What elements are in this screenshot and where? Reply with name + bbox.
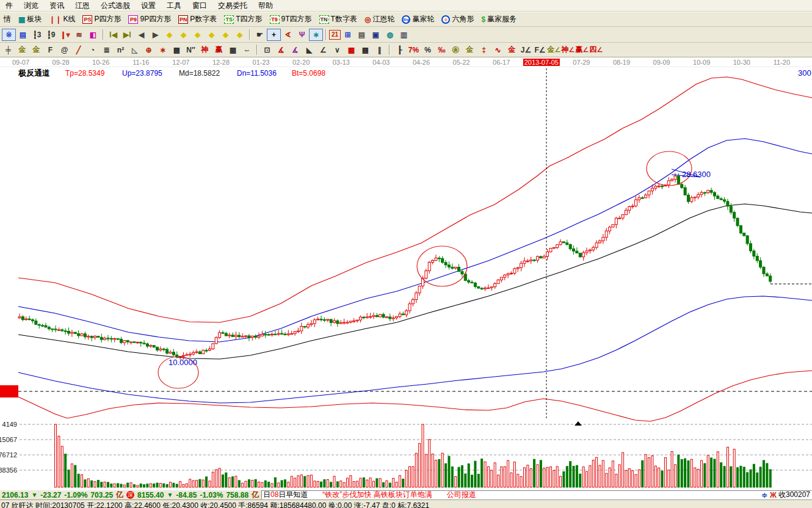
permille-icon[interactable]: ‰ (435, 44, 449, 56)
pen-tool-icon[interactable]: ╱ (71, 44, 85, 56)
web-export-icon[interactable]: ◍ (383, 29, 397, 41)
smart-brain-icon[interactable]: ∗ (309, 29, 323, 41)
prev-page-icon[interactable]: ◀ (134, 29, 148, 41)
gold-square1-icon[interactable]: 金 (15, 44, 29, 56)
gold-square2-icon[interactable]: 金 (29, 44, 43, 56)
calculator-icon[interactable]: ⊞ (341, 29, 355, 41)
t9-square-item[interactable]: T99T四方形 (266, 13, 316, 26)
next-page-icon[interactable]: ▶ (148, 29, 162, 41)
candle-style-icon[interactable]: ❙▾ (58, 29, 72, 41)
price-ruler-icon[interactable]: ┠ (393, 44, 407, 56)
thin-fan-icon[interactable]: ∠ (316, 44, 330, 56)
shade-fan-icon[interactable]: ◣ (302, 44, 316, 56)
gann-grid-icon[interactable]: ╪ (1, 44, 15, 56)
gann-wheel-item[interactable]: ◎江恩轮 (361, 13, 398, 26)
red-fan-icon[interactable]: ∡ (274, 44, 288, 56)
f-angle-icon[interactable]: F∠ (533, 44, 547, 56)
pc-icon[interactable]: ▥ (397, 29, 411, 41)
sector-item[interactable]: ▦板块 (15, 13, 45, 26)
kline-item[interactable]: ❘❘K线 (45, 13, 79, 26)
diamond-all-icon[interactable]: ◆ (233, 29, 247, 41)
comb-tool-icon[interactable]: ≣ (100, 44, 114, 56)
quotes-item[interactable]: 情 (0, 13, 15, 26)
channel-line-Bt (18, 371, 812, 421)
notes-icon[interactable]: ▤ (355, 29, 369, 41)
plot3-icon[interactable]: ┇3 (30, 29, 44, 41)
n-square-icon[interactable]: n² (114, 44, 128, 56)
date-label-05-22: 05-22 (453, 59, 470, 66)
candlestick-chart[interactable]: 414915067767123835610.000028.6300极反通道Tp=… (0, 67, 812, 490)
gold-angle-icon[interactable]: 金∠ (547, 44, 561, 56)
percent-line-icon[interactable]: 7% (407, 44, 421, 56)
plot9-icon[interactable]: ┇9 (44, 29, 58, 41)
grid-shade-icon[interactable]: ▩ (170, 44, 184, 56)
diamond-compress-icon[interactable]: ◆ (205, 29, 219, 41)
menu-item-7[interactable]: 窗口 (187, 0, 212, 12)
f-square-icon[interactable]: F (43, 44, 57, 56)
menu-item-9[interactable]: 帮助 (253, 0, 278, 12)
save-icon[interactable]: ▣ (369, 29, 383, 41)
gold-circle-icon[interactable]: ㊎ (449, 44, 463, 56)
chart-area[interactable]: 414915067767123835610.000028.6300极反通道Tp=… (0, 67, 812, 490)
diamond-expand-icon[interactable]: ◆ (190, 29, 205, 41)
t-square-item[interactable]: TST四方形 (220, 13, 266, 26)
menu-item-0[interactable]: 件 (0, 0, 18, 12)
star-tool-icon[interactable]: ∗ (156, 44, 170, 56)
circle-cross-icon[interactable]: ⊕ (142, 44, 156, 56)
ruler-grid-icon[interactable]: ▦ (226, 44, 240, 56)
shen-tool-icon[interactable]: 神 (198, 44, 212, 56)
p-digit-table-item-label: P数字表 (190, 14, 217, 24)
parallel-lines-icon[interactable]: ∥ (372, 44, 386, 56)
menu-item-4[interactable]: 公式选股 (95, 0, 136, 12)
menu-item-2[interactable]: 资讯 (44, 0, 70, 12)
diamond-burst-icon[interactable]: ◆ (219, 29, 233, 41)
winner-service-item[interactable]: $赢家服务 (477, 13, 520, 26)
p-square-item[interactable]: PSP四方形 (79, 13, 125, 26)
percent-icon[interactable]: % (421, 44, 435, 56)
shen-angle-icon[interactable]: 神∠ (561, 44, 575, 56)
diamond-right-icon[interactable]: ◆ (176, 29, 190, 41)
time-circle-icon[interactable]: ◔ (85, 44, 100, 56)
pattern-icon[interactable]: ≋ (72, 29, 86, 41)
menu-item-1[interactable]: 浏览 (18, 0, 44, 12)
p-digit-table-item[interactable]: PNP数字表 (175, 13, 220, 26)
menu-item-5[interactable]: 设置 (136, 0, 161, 12)
four-angle-icon[interactable]: 四∠ (589, 44, 603, 56)
pen-candle-icon[interactable]: ‡ (477, 44, 491, 56)
indicator-field-Tp: Tp=28.5349 (65, 69, 105, 78)
gold-red-icon[interactable]: 金 (505, 44, 519, 56)
main-chart-icon[interactable]: ※ (2, 29, 16, 41)
volume-profile-icon[interactable]: ◧ (86, 29, 100, 41)
dark-grid-icon[interactable]: ▩ (358, 44, 372, 56)
first-page-icon[interactable]: Ⅰ◀ (106, 29, 120, 41)
ying-angle-icon[interactable]: 赢∠ (575, 44, 589, 56)
winner-wheel-item[interactable]: Big赢家轮 (398, 13, 438, 26)
red-grid-icon[interactable]: ▦ (344, 44, 358, 56)
crosshair-tool-icon[interactable]: + (267, 29, 281, 41)
j-angle-icon[interactable]: J∠ (519, 44, 533, 56)
calendar-icon[interactable]: 21 (329, 30, 341, 40)
menu-item-6[interactable]: 工具 (161, 0, 187, 12)
gold-lines-icon[interactable]: 金 (463, 44, 477, 56)
gann-shape-icon[interactable]: Ψ (295, 29, 309, 41)
hand-tool-icon[interactable]: ☛ (253, 29, 267, 41)
n-quote-icon[interactable]: Ν″ (184, 44, 198, 56)
last-page-icon[interactable]: ▶Ⅰ (120, 29, 134, 41)
hexagon-item[interactable]: ◇六角形 (438, 13, 477, 26)
date-label-02-20: 02-20 (292, 59, 310, 66)
report-form-icon[interactable]: ▤ (16, 29, 30, 41)
menu-item-8[interactable]: 交易委托 (212, 0, 253, 12)
span-arrows-icon[interactable]: ⇔ (240, 44, 254, 56)
angle-tool-icon[interactable]: ∢ (281, 29, 295, 41)
p9-square-item[interactable]: P99P四方形 (125, 13, 175, 26)
menu-item-3[interactable]: 江恩 (70, 0, 95, 12)
purple-fan-icon[interactable]: ∡ (288, 44, 302, 56)
wave-tool-icon[interactable]: ∿ (491, 44, 505, 56)
axis-frame-icon[interactable]: ⊡ (260, 44, 274, 56)
v-lines-icon[interactable]: ∨ (330, 44, 344, 56)
spiral-tool-icon[interactable]: @ (57, 44, 71, 56)
t-digit-table-item[interactable]: TNT数字表 (316, 13, 361, 26)
set-square-icon[interactable]: ◺ (128, 44, 142, 56)
ying-tool-icon[interactable]: 赢 (212, 44, 226, 56)
diamond-left-icon[interactable]: ◆ (162, 29, 176, 41)
